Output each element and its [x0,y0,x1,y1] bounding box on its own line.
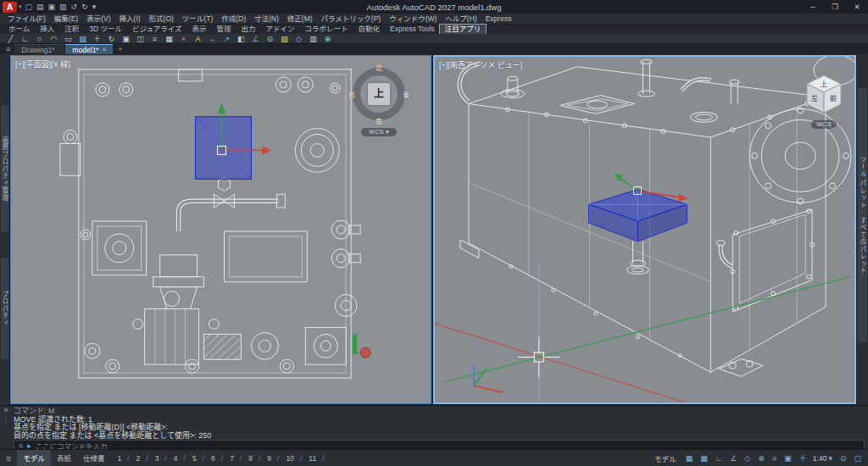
model-space-toggle[interactable]: モデル [654,453,678,463]
logo-menu-caret-icon[interactable]: ▾ [19,3,22,10]
dimension-tool-icon[interactable]: ↔ [207,34,218,44]
layout-tab[interactable]: 表紙 [51,450,77,466]
layout-page-tab[interactable]: 5 [189,454,208,463]
offset-tool-icon[interactable]: ≡ [149,34,160,44]
ribbon-tab[interactable]: ホーム [3,25,35,34]
properties-palette-tab[interactable]: プロパティ [1,258,8,359]
view-cube[interactable]: 北 西 東 南 上 WCS ▾ [348,63,410,136]
layout-page-tab[interactable]: 7 [226,454,245,463]
viewcube-west[interactable]: 西 [348,90,355,99]
wcs-dropdown[interactable]: WCS ▾ [361,128,397,136]
isodraft-icon[interactable]: ◇ [743,454,751,463]
isometric-viewport[interactable]: [+][南西アイソメ ビュー] 上 左 前 WCS [433,55,856,404]
workspace-icon[interactable]: ⊙ [838,454,847,463]
osnap-icon[interactable]: ⊕ [757,454,765,463]
ribbon-tab[interactable]: アドイン [261,25,300,34]
layout-page-tab[interactable]: 3 [152,454,170,463]
menu-item[interactable]: 挿入(I) [115,14,145,25]
file-tab[interactable]: model1* × [65,44,113,54]
dynamic-input-icon[interactable]: ＋ [798,452,807,463]
menu-item[interactable]: Express [481,14,516,25]
polar-tracking-icon[interactable]: ∠ [729,454,737,463]
ribbon-tab[interactable]: ビジュアライズ [127,25,186,34]
viewcube-top-face[interactable]: 上 [368,83,390,105]
menu-item[interactable]: ファイル(F) [3,14,50,25]
rotate-tool-icon[interactable]: ↻ [106,34,117,44]
layout-page-tab[interactable]: 11 [305,454,327,463]
copy-tool-icon[interactable]: ▣ [120,34,131,44]
ribbon-tab[interactable]: 挿入 [35,25,59,34]
print-icon[interactable]: ▥ [59,3,67,11]
ribbon-tab[interactable]: 出力 [236,25,261,34]
lineweight-icon[interactable]: ≡ [771,454,776,463]
ribbon-tab[interactable]: Express Tools [385,25,440,34]
ortho-icon[interactable]: ∟ [714,454,723,463]
text-tool-icon[interactable]: A [192,34,203,44]
leader-tool-icon[interactable]: ↗ [221,34,232,44]
layout-page-tab[interactable]: 6 [208,454,226,463]
gradient-tool-icon[interactable]: ▧ [279,34,290,44]
wcs-dropdown[interactable]: WCS [811,120,837,129]
minimize-button[interactable]: ─ [802,0,824,14]
undo-icon[interactable]: ↺ [71,3,78,11]
ribbon-tab[interactable]: 注釈 [59,25,84,34]
layout-page-tab[interactable]: 10 [282,454,305,463]
point-tool-icon[interactable]: ⊙ [264,34,275,44]
menu-item[interactable]: ウィンドウ(W) [385,14,441,25]
arc-tool-icon[interactable]: ◠ [48,34,59,44]
layout-page-tab[interactable]: 8 [245,454,264,463]
ribbon-tab[interactable]: 管理 [212,25,236,34]
iso-view-canvas[interactable] [435,57,854,402]
command-customize-icon[interactable]: ≡ [19,441,23,450]
rectangle-tool-icon[interactable]: ▭ [63,34,74,44]
move-tool-icon[interactable]: ＋ [92,34,103,44]
viewcube-north[interactable]: 北 [376,63,382,72]
layout-page-tab[interactable]: 9 [264,454,282,463]
close-button[interactable]: ✕ [846,0,868,14]
save-icon[interactable]: ▣ [48,3,56,11]
ribbon-tab[interactable]: 自動化 [353,25,386,34]
snap-icon[interactable]: ▩ [698,454,708,463]
file-tab-menu-icon[interactable]: ≡ [2,44,14,54]
status-menu-icon[interactable]: ≡ [0,453,17,463]
new-file-icon[interactable]: ▢ [25,3,33,11]
layer-properties-palette-tab[interactable]: 画層プロパティ管理 [1,105,8,232]
menu-item[interactable]: 修正(M) [283,14,317,25]
tab-close-icon[interactable]: × [103,45,107,55]
autocad-logo[interactable]: A [3,2,17,13]
layout-page-tab[interactable]: 4 [170,454,189,463]
annotation-scale[interactable]: 1:40▾ [813,454,832,463]
table-tool-icon[interactable]: ▥ [308,34,319,44]
ribbon-tab[interactable]: 表示 [187,25,212,34]
selection-cycling-icon[interactable]: ▣ [782,454,792,463]
selected-object-plan[interactable] [196,117,252,180]
circle-tool-icon[interactable]: ○ [34,34,45,44]
angle-tool-icon[interactable]: ∠ [250,34,261,44]
selected-object-iso[interactable] [589,189,687,241]
line-tool-icon[interactable]: ╱ [5,34,16,44]
command-grip-icon[interactable]: ⋮ [3,417,9,424]
layout-tab[interactable]: モデル [17,450,51,466]
menu-item[interactable]: ヘルプ(H) [441,14,481,25]
block-tool-icon[interactable]: ◧ [236,34,247,44]
layout-page-tab[interactable]: 1 [114,454,132,463]
clean-screen-icon[interactable]: ▢ [852,454,861,463]
menu-item[interactable]: 編集(E) [50,14,82,25]
polyline-tool-icon[interactable]: ∟ [19,34,31,44]
plan-viewport[interactable]: [+][平面図][X 線] 北 西 東 南 上 WCS ▾ [10,55,431,404]
viewcube-south[interactable]: 南 [376,116,382,125]
maximize-button[interactable]: ❐ [824,0,846,14]
viewport-controls-label[interactable]: [+][平面図][X 線] [15,58,70,69]
view-cube-iso[interactable]: 上 左 前 WCS [805,74,843,129]
menu-item[interactable]: 寸法(N) [250,14,283,25]
viewcube-east[interactable]: 東 [403,90,409,99]
file-tab[interactable]: Drawing1* [14,44,64,54]
menu-item[interactable]: パラメトリック(P) [317,14,386,25]
layout-page-tab[interactable]: 2 [133,454,152,463]
menu-item[interactable]: 表示(V) [82,14,114,25]
viewport-controls-label[interactable]: [+][南西アイソメ ビュー] [439,59,522,70]
menu-item[interactable]: 形式(O) [145,14,178,25]
menu-item[interactable]: 作成(D) [217,14,250,25]
erase-tool-icon[interactable]: × [178,34,189,44]
array-tool-icon[interactable]: ▦ [164,34,175,44]
